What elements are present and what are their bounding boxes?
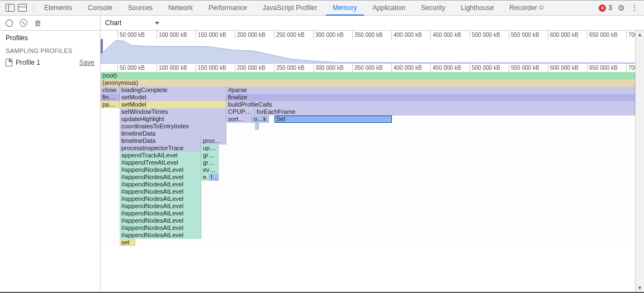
flame-bar[interactable]: updateHighlight bbox=[120, 116, 226, 123]
tab-javascript-profiler[interactable]: JavaScript Profiler bbox=[256, 1, 324, 16]
flame-bar[interactable]: o…k bbox=[252, 116, 269, 123]
flame-row: #appendNodesAtLevel bbox=[101, 224, 635, 232]
record-button[interactable] bbox=[6, 20, 13, 27]
flame-bar[interactable]: #appendNodesAtLevel bbox=[120, 224, 201, 232]
flame-bar[interactable]: #appendNodesAtLevel bbox=[120, 195, 201, 203]
dock-left-icon[interactable] bbox=[6, 4, 15, 12]
flame-bar[interactable]: e… bbox=[201, 174, 209, 181]
flame-bar[interactable]: close bbox=[101, 87, 120, 94]
ruler-tick: 100 000 kB bbox=[157, 64, 187, 72]
scroll-up-icon[interactable]: ▲ bbox=[636, 31, 644, 39]
more-icon[interactable]: ⋮ bbox=[631, 4, 638, 12]
flame-bar[interactable]: #appendNodesAtLevel bbox=[120, 188, 201, 195]
flame-bar[interactable]: pa…at bbox=[101, 101, 120, 108]
profile-item-label: Profile 1 bbox=[16, 59, 40, 66]
tab-recorder[interactable]: Recorder bbox=[503, 1, 550, 16]
error-counter[interactable]: × 3 bbox=[599, 4, 612, 12]
flame-bar[interactable]: setModel bbox=[120, 94, 226, 101]
flame-row: closeloadingComplete#parse bbox=[101, 87, 635, 94]
flame-bar[interactable]: buildProfileCalls bbox=[226, 101, 635, 108]
chevron-down-icon bbox=[155, 22, 159, 25]
flame-bar[interactable]: (anonymous) bbox=[101, 79, 635, 87]
ruler-tick: 600 000 kB bbox=[548, 64, 579, 72]
flame-bar[interactable]: forEachFrame bbox=[255, 108, 635, 116]
delete-button[interactable]: 🗑 bbox=[34, 19, 41, 27]
error-count: 3 bbox=[608, 4, 612, 12]
flame-bar[interactable]: gro…ts bbox=[201, 152, 219, 159]
ruler-tick: 200 000 kB bbox=[235, 31, 266, 39]
flame-bar[interactable]: f…r bbox=[209, 174, 219, 181]
flame-bar[interactable]: #parse bbox=[226, 87, 635, 94]
ruler-tick: 250 000 kB bbox=[274, 31, 305, 39]
flame-bar[interactable]: sort…ples bbox=[226, 116, 252, 123]
flame-bar[interactable]: fin…ce bbox=[101, 94, 120, 101]
flame-bar[interactable]: #appendNodesAtLevel bbox=[120, 210, 201, 217]
flame-bar[interactable]: #appendNodesAtLevel bbox=[120, 166, 201, 174]
flame-row: #appendNodesAtLevel bbox=[101, 232, 635, 239]
flame-chart-area[interactable]: 50 000 kB100 000 kB150 000 kB200 000 kB2… bbox=[101, 31, 635, 292]
devtools-tab-strip: ElementsConsoleSourcesNetworkPerformance… bbox=[0, 1, 644, 16]
flame-bar[interactable]: #appendNodesAtLevel bbox=[120, 181, 201, 188]
flame-bar[interactable]: finalize bbox=[226, 94, 635, 101]
ruler-top: 50 000 kB100 000 kB150 000 kB200 000 kB2… bbox=[101, 31, 635, 39]
ruler-tick: 700 000 kB bbox=[626, 31, 635, 39]
flame-bar[interactable]: (root) bbox=[101, 72, 635, 79]
flame-bar[interactable]: #appendNodesAtLevel bbox=[120, 232, 201, 239]
clear-button[interactable] bbox=[20, 19, 27, 27]
flame-bar[interactable]: CPUP…del bbox=[226, 108, 255, 116]
tab-console[interactable]: Console bbox=[81, 1, 119, 16]
flame-bar[interactable]: set bbox=[120, 239, 135, 246]
tab-elements[interactable]: Elements bbox=[37, 1, 79, 16]
flame-row: set bbox=[101, 239, 635, 246]
flame-bar[interactable]: coordinatesToEntryIndex bbox=[120, 123, 226, 130]
flame-bar[interactable]: setWindowTimes bbox=[120, 108, 226, 116]
flame-row: #appendNodesAtLevel bbox=[101, 188, 635, 195]
ruler-tick: 700 000 ( bbox=[626, 64, 635, 72]
ruler-tick: 600 000 kB bbox=[548, 31, 579, 39]
flame-bar[interactable]: #appendNodesAtLevel bbox=[120, 217, 201, 224]
tab-lighthouse[interactable]: Lighthouse bbox=[454, 1, 501, 16]
view-mode-select[interactable]: Chart bbox=[105, 19, 159, 27]
flame-bar[interactable]: #appendNodesAtLevel bbox=[120, 203, 201, 210]
memory-panel: Chart 50 000 kB100 000 kB150 000 kB200 0… bbox=[101, 16, 644, 292]
profile-save-link[interactable]: Save bbox=[79, 59, 94, 66]
flame-bar[interactable]: timelineData bbox=[120, 130, 226, 137]
ruler-tick: 400 000 kB bbox=[391, 64, 422, 72]
flame-bar[interactable]: setModel bbox=[120, 101, 226, 108]
flame-bar[interactable]: timelineData bbox=[120, 137, 201, 145]
ruler-tick: 300 000 kB bbox=[313, 64, 344, 72]
flame-bar[interactable] bbox=[255, 123, 259, 130]
tab-security[interactable]: Security bbox=[414, 1, 452, 16]
scroll-down-icon[interactable]: ▼ bbox=[636, 284, 644, 292]
tab-application[interactable]: Application bbox=[366, 1, 413, 16]
flame-bar[interactable]: ev…ew bbox=[201, 166, 219, 174]
flame-bar[interactable]: up…up bbox=[201, 145, 219, 152]
flame-bar[interactable]: Set bbox=[274, 116, 392, 123]
tab-performance[interactable]: Performance bbox=[202, 1, 254, 16]
ruler-tick: 50 000 kB bbox=[117, 31, 145, 39]
tab-network[interactable]: Network bbox=[162, 1, 200, 16]
settings-icon[interactable]: ⚙ bbox=[618, 4, 625, 12]
tab-sources[interactable]: Sources bbox=[121, 1, 159, 16]
flame-bar[interactable]: gr…ew bbox=[201, 159, 219, 166]
flame-bar[interactable]: proc…ata bbox=[201, 137, 226, 145]
vertical-scrollbar[interactable]: ▲ ▼ bbox=[635, 31, 644, 292]
memory-overview[interactable] bbox=[101, 39, 635, 64]
flame-row: pa…atsetModelbuildProfileCalls bbox=[101, 101, 635, 108]
profiles-section-label: SAMPLING PROFILES bbox=[0, 45, 100, 56]
profiles-sidebar: 🗑 Profiles SAMPLING PROFILES Profile 1 S… bbox=[0, 16, 101, 292]
flame-bar[interactable]: loadingComplete bbox=[120, 87, 226, 94]
flame-bar[interactable]: processInspectorTrace bbox=[120, 145, 201, 152]
profile-item[interactable]: Profile 1 Save bbox=[0, 56, 100, 69]
flame-row: coordinatesToEntryIndex bbox=[101, 123, 635, 130]
chart-toolbar: Chart bbox=[101, 16, 644, 31]
flame-bar[interactable]: #appendTreeAtLevel bbox=[120, 159, 201, 166]
flame-bar[interactable]: appendTrackAtLevel bbox=[120, 152, 201, 159]
flame-row: appendTrackAtLevelgro…ts bbox=[101, 152, 635, 159]
ruler-tick: 150 000 kB bbox=[196, 31, 226, 39]
tab-memory[interactable]: Memory bbox=[326, 1, 363, 16]
flame-chart[interactable]: (root)(anonymous)closeloadingComplete#pa… bbox=[101, 72, 635, 246]
flame-bar[interactable]: #appendNodesAtLevel bbox=[120, 174, 201, 181]
dock-bottom-icon[interactable] bbox=[18, 4, 27, 12]
ruler-tick: 450 000 kB bbox=[430, 64, 461, 72]
